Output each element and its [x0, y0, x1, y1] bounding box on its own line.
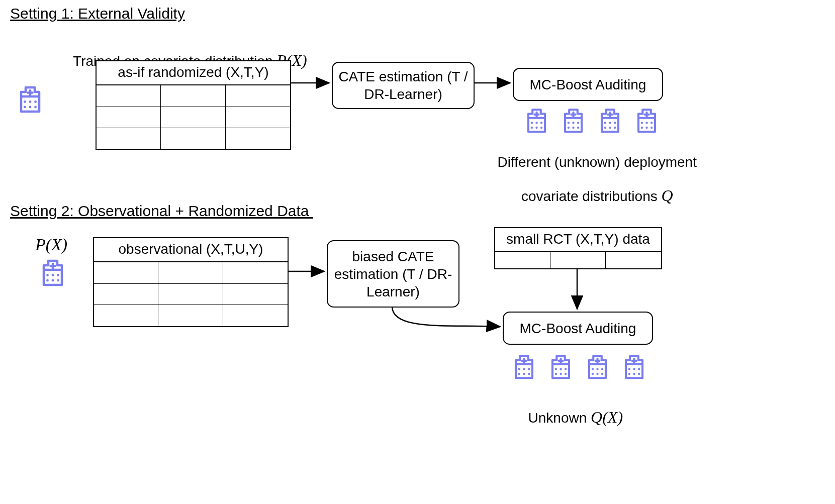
hospital-icon — [523, 106, 550, 133]
hospital-icon — [15, 83, 45, 115]
setting1-dep-caption: Different (unknown) deployment covariate… — [488, 138, 699, 205]
setting2-audit-box: MC-Boost Auditing — [503, 312, 653, 345]
setting2-px-math: P(X) — [35, 235, 67, 254]
setting2-hospital-row — [510, 352, 648, 379]
setting2-unknown-math: Q(X) — [591, 408, 623, 426]
setting1-dep-line2-pre: covariate distributions — [521, 188, 662, 204]
setting1-audit-box: MC-Boost Auditing — [513, 68, 663, 101]
setting2-unknown-pre: Unknown — [528, 410, 591, 426]
setting1-cate-box: CATE estimation (T / DR-Learner) — [332, 62, 475, 109]
setting2-rct-body — [495, 252, 661, 269]
hospital-icon — [547, 352, 575, 379]
setting2-unknown-caption: Unknown Q(X) — [520, 392, 623, 427]
setting1-hospital-row — [523, 106, 661, 133]
setting2-rct-table: small RCT (X,T,Y) data — [494, 227, 662, 269]
setting1-table-body — [97, 85, 290, 150]
hospital-icon — [620, 352, 648, 379]
hospital-icon — [38, 256, 68, 288]
setting2-rct-header: small RCT (X,T,Y) data — [495, 228, 661, 252]
hospital-icon — [510, 352, 538, 379]
setting2-table-body — [94, 262, 288, 327]
setting1-table: as-if randomized (X,T,Y) — [96, 60, 291, 150]
setting2-title: Setting 2: Observational + Randomized Da… — [10, 203, 313, 220]
hospital-icon — [560, 106, 587, 133]
setting1-table-header: as-if randomized (X,T,Y) — [97, 61, 290, 85]
hospital-icon — [596, 106, 624, 133]
hospital-icon — [633, 106, 661, 133]
setting1-dep-line1: Different (unknown) deployment — [498, 154, 697, 170]
hospital-icon — [584, 352, 611, 379]
setting1-title: Setting 1: External Validity — [10, 5, 185, 22]
setting1-dep-line2-math: Q — [662, 186, 673, 205]
setting2-cate-box: biased CATE estimation (T / DR-Learner) — [327, 240, 459, 308]
setting2-table-header: observational (X,T,U,Y) — [94, 238, 288, 262]
setting2-table: observational (X,T,U,Y) — [93, 237, 289, 327]
